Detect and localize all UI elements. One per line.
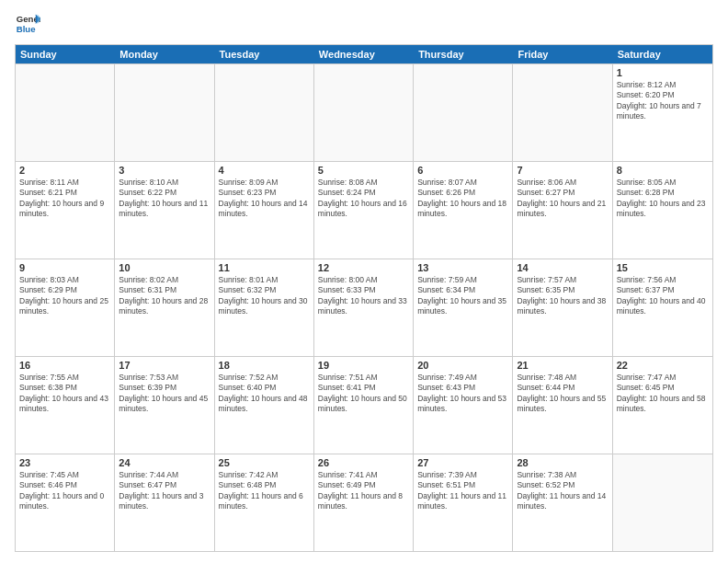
calendar-cell: 18Sunrise: 7:52 AM Sunset: 6:40 PM Dayli… bbox=[215, 357, 314, 454]
calendar-cell: 7Sunrise: 8:06 AM Sunset: 6:27 PM Daylig… bbox=[513, 162, 612, 259]
day-number: 15 bbox=[617, 262, 709, 273]
calendar-cell: 16Sunrise: 7:55 AM Sunset: 6:38 PM Dayli… bbox=[16, 357, 115, 454]
day-number: 1 bbox=[617, 67, 709, 78]
day-number: 16 bbox=[19, 360, 110, 371]
day-detail: Sunrise: 7:45 AM Sunset: 6:46 PM Dayligh… bbox=[19, 470, 110, 512]
day-number: 12 bbox=[318, 262, 409, 273]
day-number: 9 bbox=[19, 262, 110, 273]
day-detail: Sunrise: 7:57 AM Sunset: 6:35 PM Dayligh… bbox=[517, 275, 608, 317]
calendar-cell: 14Sunrise: 7:57 AM Sunset: 6:35 PM Dayli… bbox=[513, 259, 612, 356]
calendar-cell: 26Sunrise: 7:41 AM Sunset: 6:49 PM Dayli… bbox=[314, 454, 414, 551]
calendar-cell: 5Sunrise: 8:08 AM Sunset: 6:24 PM Daylig… bbox=[314, 162, 414, 259]
day-number: 6 bbox=[417, 165, 508, 176]
day-detail: Sunrise: 7:47 AM Sunset: 6:45 PM Dayligh… bbox=[617, 373, 709, 415]
day-number: 5 bbox=[318, 165, 409, 176]
calendar-cell: 25Sunrise: 7:42 AM Sunset: 6:48 PM Dayli… bbox=[215, 454, 314, 551]
day-number: 10 bbox=[119, 262, 210, 273]
day-number: 23 bbox=[19, 457, 110, 468]
header: General Blue bbox=[15, 11, 713, 37]
day-detail: Sunrise: 7:55 AM Sunset: 6:38 PM Dayligh… bbox=[19, 373, 110, 415]
header-day-saturday: Saturday bbox=[613, 45, 712, 63]
calendar-cell: 28Sunrise: 7:38 AM Sunset: 6:52 PM Dayli… bbox=[513, 454, 612, 551]
day-number: 4 bbox=[219, 165, 310, 176]
calendar-cell: 10Sunrise: 8:02 AM Sunset: 6:31 PM Dayli… bbox=[115, 259, 214, 356]
day-detail: Sunrise: 8:02 AM Sunset: 6:31 PM Dayligh… bbox=[119, 275, 210, 317]
calendar-cell: 12Sunrise: 8:00 AM Sunset: 6:33 PM Dayli… bbox=[314, 259, 414, 356]
calendar-cell: 1Sunrise: 8:12 AM Sunset: 6:20 PM Daylig… bbox=[613, 64, 712, 161]
day-detail: Sunrise: 7:41 AM Sunset: 6:49 PM Dayligh… bbox=[318, 470, 409, 512]
calendar-cell: 24Sunrise: 7:44 AM Sunset: 6:47 PM Dayli… bbox=[115, 454, 214, 551]
calendar: SundayMondayTuesdayWednesdayThursdayFrid… bbox=[15, 44, 713, 552]
calendar-cell: 19Sunrise: 7:51 AM Sunset: 6:41 PM Dayli… bbox=[314, 357, 414, 454]
day-detail: Sunrise: 8:07 AM Sunset: 6:26 PM Dayligh… bbox=[417, 178, 508, 220]
page: General Blue SundayMondayTuesdayWednesda… bbox=[0, 0, 728, 563]
day-detail: Sunrise: 8:09 AM Sunset: 6:23 PM Dayligh… bbox=[219, 178, 310, 220]
calendar-cell: 6Sunrise: 8:07 AM Sunset: 6:26 PM Daylig… bbox=[414, 162, 513, 259]
day-detail: Sunrise: 8:12 AM Sunset: 6:20 PM Dayligh… bbox=[617, 80, 709, 122]
header-day-friday: Friday bbox=[513, 45, 612, 63]
day-number: 11 bbox=[219, 262, 310, 273]
calendar-cell: 20Sunrise: 7:49 AM Sunset: 6:43 PM Dayli… bbox=[414, 357, 513, 454]
day-detail: Sunrise: 7:39 AM Sunset: 6:51 PM Dayligh… bbox=[417, 470, 508, 512]
calendar-cell bbox=[613, 454, 712, 551]
day-detail: Sunrise: 7:38 AM Sunset: 6:52 PM Dayligh… bbox=[517, 470, 608, 512]
calendar-cell: 3Sunrise: 8:10 AM Sunset: 6:22 PM Daylig… bbox=[115, 162, 214, 259]
calendar-body: 1Sunrise: 8:12 AM Sunset: 6:20 PM Daylig… bbox=[16, 63, 712, 551]
logo-icon: General Blue bbox=[15, 11, 40, 37]
day-detail: Sunrise: 7:42 AM Sunset: 6:48 PM Dayligh… bbox=[219, 470, 310, 512]
header-day-tuesday: Tuesday bbox=[215, 45, 314, 63]
calendar-cell: 13Sunrise: 7:59 AM Sunset: 6:34 PM Dayli… bbox=[414, 259, 513, 356]
day-number: 3 bbox=[119, 165, 210, 176]
calendar-cell: 8Sunrise: 8:05 AM Sunset: 6:28 PM Daylig… bbox=[613, 162, 712, 259]
header-day-sunday: Sunday bbox=[16, 45, 115, 63]
day-number: 2 bbox=[19, 165, 110, 176]
day-detail: Sunrise: 7:52 AM Sunset: 6:40 PM Dayligh… bbox=[219, 373, 310, 415]
day-number: 14 bbox=[517, 262, 608, 273]
day-detail: Sunrise: 8:10 AM Sunset: 6:22 PM Dayligh… bbox=[119, 178, 210, 220]
calendar-cell bbox=[314, 64, 414, 161]
calendar-cell bbox=[414, 64, 513, 161]
day-number: 28 bbox=[517, 457, 608, 468]
day-detail: Sunrise: 7:44 AM Sunset: 6:47 PM Dayligh… bbox=[119, 470, 210, 512]
calendar-row-2: 9Sunrise: 8:03 AM Sunset: 6:29 PM Daylig… bbox=[16, 259, 712, 356]
day-number: 27 bbox=[417, 457, 508, 468]
logo: General Blue bbox=[15, 11, 44, 37]
day-number: 8 bbox=[617, 165, 709, 176]
svg-text:Blue: Blue bbox=[17, 24, 36, 34]
calendar-row-0: 1Sunrise: 8:12 AM Sunset: 6:20 PM Daylig… bbox=[16, 63, 712, 161]
calendar-cell: 27Sunrise: 7:39 AM Sunset: 6:51 PM Dayli… bbox=[414, 454, 513, 551]
day-number: 18 bbox=[219, 360, 310, 371]
day-number: 20 bbox=[417, 360, 508, 371]
day-detail: Sunrise: 7:53 AM Sunset: 6:39 PM Dayligh… bbox=[119, 373, 210, 415]
day-detail: Sunrise: 8:03 AM Sunset: 6:29 PM Dayligh… bbox=[19, 275, 110, 317]
calendar-cell bbox=[16, 64, 115, 161]
calendar-cell: 9Sunrise: 8:03 AM Sunset: 6:29 PM Daylig… bbox=[16, 259, 115, 356]
calendar-cell bbox=[115, 64, 214, 161]
day-detail: Sunrise: 7:56 AM Sunset: 6:37 PM Dayligh… bbox=[617, 275, 709, 317]
day-number: 21 bbox=[517, 360, 608, 371]
day-detail: Sunrise: 8:06 AM Sunset: 6:27 PM Dayligh… bbox=[517, 178, 608, 220]
calendar-row-3: 16Sunrise: 7:55 AM Sunset: 6:38 PM Dayli… bbox=[16, 356, 712, 454]
day-number: 13 bbox=[417, 262, 508, 273]
day-detail: Sunrise: 7:49 AM Sunset: 6:43 PM Dayligh… bbox=[417, 373, 508, 415]
day-number: 7 bbox=[517, 165, 608, 176]
day-detail: Sunrise: 7:59 AM Sunset: 6:34 PM Dayligh… bbox=[417, 275, 508, 317]
day-number: 17 bbox=[119, 360, 210, 371]
calendar-row-4: 23Sunrise: 7:45 AM Sunset: 6:46 PM Dayli… bbox=[16, 454, 712, 551]
calendar-cell bbox=[513, 64, 612, 161]
header-day-thursday: Thursday bbox=[414, 45, 513, 63]
calendar-cell bbox=[215, 64, 314, 161]
calendar-cell: 4Sunrise: 8:09 AM Sunset: 6:23 PM Daylig… bbox=[215, 162, 314, 259]
day-detail: Sunrise: 8:00 AM Sunset: 6:33 PM Dayligh… bbox=[318, 275, 409, 317]
calendar-cell: 22Sunrise: 7:47 AM Sunset: 6:45 PM Dayli… bbox=[613, 357, 712, 454]
day-number: 25 bbox=[219, 457, 310, 468]
calendar-cell: 11Sunrise: 8:01 AM Sunset: 6:32 PM Dayli… bbox=[215, 259, 314, 356]
calendar-cell: 2Sunrise: 8:11 AM Sunset: 6:21 PM Daylig… bbox=[16, 162, 115, 259]
day-number: 22 bbox=[617, 360, 709, 371]
day-detail: Sunrise: 8:01 AM Sunset: 6:32 PM Dayligh… bbox=[219, 275, 310, 317]
day-detail: Sunrise: 7:48 AM Sunset: 6:44 PM Dayligh… bbox=[517, 373, 608, 415]
day-number: 19 bbox=[318, 360, 409, 371]
day-number: 24 bbox=[119, 457, 210, 468]
day-detail: Sunrise: 8:05 AM Sunset: 6:28 PM Dayligh… bbox=[617, 178, 709, 220]
calendar-cell: 15Sunrise: 7:56 AM Sunset: 6:37 PM Dayli… bbox=[613, 259, 712, 356]
